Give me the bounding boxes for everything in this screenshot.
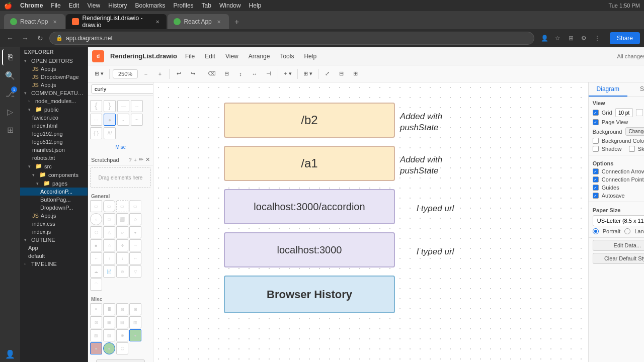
shape-rect2[interactable]: □ [103, 213, 115, 225]
delete-btn[interactable]: ⌫ [205, 68, 218, 80]
shape-rect-dashed[interactable]: ▭ [116, 200, 128, 212]
file-indexjs[interactable]: index.js [20, 228, 88, 236]
components-folder[interactable]: ▾ 📁 components [20, 170, 88, 179]
file-appjs-src[interactable]: JS App.js [20, 212, 88, 220]
open-file-appjs2[interactable]: JS App.js [20, 81, 88, 89]
shape-cross[interactable]: ✛ [116, 239, 128, 251]
browser-tab-1[interactable]: React App ✕ [4, 14, 65, 29]
misc-4[interactable]: ⊞ [129, 303, 141, 315]
file-manifest[interactable]: manifest.json [20, 146, 88, 154]
misc-15[interactable]: ⬠ [116, 342, 128, 354]
collapse-btn[interactable]: ⊟ [336, 68, 348, 80]
refresh-button[interactable]: ↻ [34, 32, 46, 44]
back-button[interactable]: ← [4, 32, 16, 44]
timeline-header[interactable]: › TIMELINE [20, 260, 88, 268]
misc-2[interactable]: ≣ [103, 303, 115, 315]
explorer-icon[interactable]: ⎘ [2, 49, 18, 65]
file-accordionp[interactable]: AccordionP... [20, 188, 88, 196]
drawio-menu-arrange[interactable]: Arrange [247, 52, 272, 61]
shape-star[interactable]: ☆ [103, 239, 115, 251]
drawing-canvas[interactable]: /b2 Added with pushState /a1 Added with … [153, 82, 588, 362]
diagram-card-localhost[interactable]: localhost:3000 [224, 232, 395, 267]
shape-zigzag[interactable]: /\/ [104, 127, 116, 139]
background-color-checkbox[interactable] [593, 138, 599, 144]
shape-rect[interactable]: ▭ [90, 200, 102, 212]
shape-diamond[interactable]: ◇ [129, 213, 141, 225]
misc-8[interactable]: ▥ [129, 316, 141, 328]
shape-rect-dotted[interactable]: ▭ [129, 200, 141, 212]
misc-7[interactable]: ▤ [116, 316, 128, 328]
shape-arrow-l[interactable]: ← [90, 252, 102, 264]
run-debug-icon[interactable]: ▷ [2, 104, 18, 120]
shape-dash[interactable]: - [117, 114, 129, 126]
paper-size-select[interactable]: US-Letter (8.5 x 11") [593, 215, 644, 226]
shape-search-input[interactable] [91, 84, 153, 94]
drawio-menu-view[interactable]: View [223, 52, 240, 61]
node-modules-item[interactable]: › node_modules... [20, 97, 88, 105]
more-results-btn[interactable]: Misc [115, 144, 126, 150]
extensions-icon[interactable]: ⊞ [566, 33, 577, 44]
shape-circle[interactable]: ● [104, 114, 116, 126]
source-control-icon[interactable]: ⎇1 [2, 85, 18, 102]
tab-1-close[interactable]: ✕ [51, 18, 59, 26]
browser-tab-3[interactable]: React App ✕ [168, 14, 228, 29]
file-dropdownp[interactable]: DropdownP... [20, 204, 88, 212]
misc-11[interactable]: ⊕ [116, 329, 128, 341]
misc-3[interactable]: ⊟ [116, 303, 128, 315]
shape-circle2[interactable]: ● [129, 226, 141, 238]
tab-2-close[interactable]: ✕ [154, 18, 161, 26]
open-file-dropdownpage[interactable]: JS DropdownPage [20, 73, 88, 81]
drawio-menu-file[interactable]: File [183, 52, 197, 61]
tab-3-close[interactable]: ✕ [215, 18, 223, 26]
diagram-card-browser-history[interactable]: Browser History [224, 276, 395, 313]
grid-value-input[interactable] [615, 108, 633, 117]
zoom-level[interactable]: 250% [113, 69, 138, 78]
menu-history[interactable]: History [108, 2, 127, 9]
menu-file[interactable]: File [51, 2, 60, 9]
shape-arrow-d[interactable]: ↓ [116, 252, 128, 264]
menu-window[interactable]: Window [219, 2, 241, 9]
forward-button[interactable]: → [19, 32, 31, 44]
account-icon[interactable]: 👤 [2, 346, 18, 362]
more-icon[interactable]: ⋮ [592, 33, 603, 44]
landscape-radio[interactable] [624, 228, 630, 234]
shape-cloud[interactable]: ☁ [90, 265, 102, 278]
shadow-checkbox[interactable] [593, 146, 599, 152]
common-features-header[interactable]: ▾ COMMON_FEATURES [20, 89, 88, 97]
connection-arrows-checkbox[interactable] [593, 168, 599, 174]
expand-btn[interactable]: ⊞ [350, 68, 362, 80]
profile-icon[interactable]: 👤 [539, 33, 550, 44]
grid-color-swatch[interactable] [636, 109, 643, 116]
extensions-icon[interactable]: ⊞ [2, 122, 18, 138]
guides-checkbox[interactable] [593, 185, 599, 191]
drawio-menu-help[interactable]: Help [302, 52, 318, 61]
drawio-menu-edit[interactable]: Edit [203, 52, 217, 61]
connection-points-checkbox[interactable] [593, 176, 599, 183]
zoom-out-btn[interactable]: − [140, 68, 152, 80]
settings-icon[interactable]: ⚙ [579, 33, 590, 44]
shape-curly-close[interactable]: } [104, 100, 116, 112]
file-indexcss[interactable]: index.css [20, 220, 88, 228]
menu-chrome[interactable]: Chrome [20, 2, 43, 9]
outline-app[interactable]: App [20, 244, 88, 252]
pages-folder[interactable]: ▾ 📁 pages [20, 179, 88, 188]
shape-wave[interactable]: ~ [131, 114, 143, 126]
misc-5[interactable]: ⊡ [90, 316, 102, 328]
search-icon[interactable]: 🔍 [2, 67, 18, 83]
shape-bi-arrow[interactable]: ↔ [129, 252, 141, 264]
tab-diagram[interactable]: Diagram [589, 82, 627, 97]
zoom-in-btn[interactable]: + [154, 68, 166, 80]
file-favicon[interactable]: favicon.ico [20, 114, 88, 122]
more-shapes-btn[interactable]: + More Shapes [96, 359, 145, 362]
misc-13[interactable]: ● [90, 342, 102, 354]
view-menu-btn[interactable]: ⊞ ▾ [92, 68, 106, 80]
scratchpad-close[interactable]: ✕ [145, 156, 150, 163]
share-button[interactable]: Share [610, 32, 640, 44]
shape-arrow-r[interactable]: → [129, 239, 141, 251]
misc-1[interactable]: ≡ [90, 303, 102, 315]
shape-curly-open[interactable]: { [90, 100, 102, 112]
shape-doc[interactable]: 📄 [103, 265, 115, 278]
shape-hexagon[interactable]: ⬡ [90, 226, 102, 238]
diagram-card-a1[interactable]: /a1 [224, 146, 395, 181]
shape-square2[interactable]: ■ [90, 239, 102, 251]
